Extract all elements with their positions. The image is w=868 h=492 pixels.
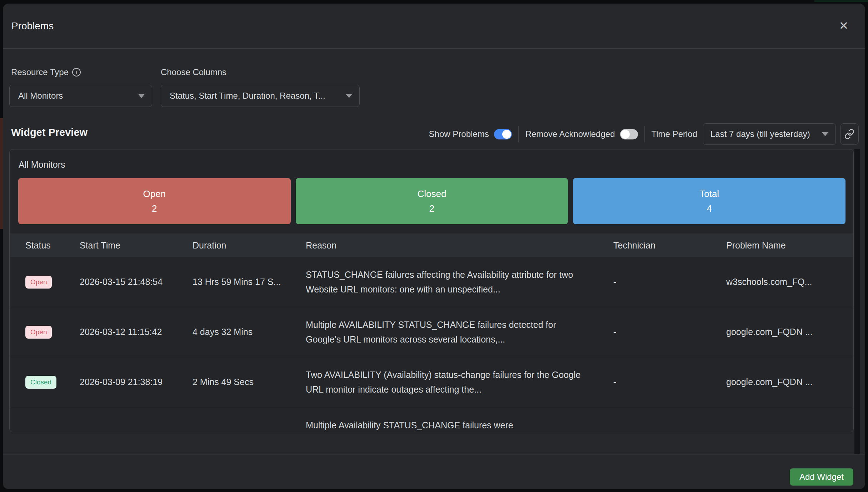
card-value: 2 bbox=[152, 203, 157, 214]
card-value: 2 bbox=[429, 203, 434, 214]
preview-controls: Show Problems Remove Acknowledged Time P… bbox=[429, 122, 859, 147]
status-cell: Closed bbox=[25, 376, 80, 389]
reason-cell: STATUS_CHANGE failures affecting the Ava… bbox=[306, 267, 613, 297]
card-value: 4 bbox=[707, 203, 712, 214]
chevron-down-icon bbox=[138, 94, 145, 98]
widget-preview-heading: Widget Preview bbox=[11, 127, 88, 138]
table-row: Open2026-03-15 21:48:5413 Hrs 59 Mins 17… bbox=[10, 257, 853, 307]
status-badge: Closed bbox=[25, 376, 56, 389]
start-time-cell: 2026-03-09 21:38:19 bbox=[80, 377, 193, 387]
problem-name-cell: google.com_FQDN ... bbox=[726, 377, 853, 387]
status-cell: Open bbox=[25, 276, 80, 289]
card-label: Total bbox=[699, 188, 719, 200]
table-body: Open2026-03-15 21:48:5413 Hrs 59 Mins 17… bbox=[10, 257, 853, 432]
table-row: Multiple Availability STATUS_CHANGE fail… bbox=[10, 407, 853, 432]
summary-card-open: Open2 bbox=[18, 178, 291, 224]
reason-cell: Multiple AVAILABILITY STATUS_CHANGE fail… bbox=[306, 318, 613, 347]
column-header: Technician bbox=[613, 240, 726, 251]
divider bbox=[644, 126, 645, 142]
copy-link-button[interactable] bbox=[840, 123, 859, 145]
remove-acknowledged-label: Remove Acknowledged bbox=[525, 129, 615, 139]
toggle-knob bbox=[621, 130, 630, 139]
start-time-cell: 2026-03-12 11:15:42 bbox=[80, 327, 193, 337]
card-label: Closed bbox=[418, 188, 447, 200]
resource-type-value: All Monitors bbox=[18, 91, 63, 101]
show-problems-label: Show Problems bbox=[429, 129, 489, 139]
technician-cell: - bbox=[613, 277, 726, 287]
reason-cell: Two AVAILABILITY (Availability) status-c… bbox=[306, 368, 613, 397]
chevron-down-icon bbox=[346, 94, 352, 98]
duration-cell: 13 Hrs 59 Mins 17 S... bbox=[193, 277, 306, 287]
close-icon[interactable]: ✕ bbox=[835, 17, 852, 34]
status-badge: Open bbox=[25, 326, 52, 339]
time-period-value: Last 7 days (till yesterday) bbox=[710, 129, 810, 139]
resource-type-select[interactable]: All Monitors bbox=[9, 85, 152, 107]
table-header: StatusStart TimeDurationReasonTechnician… bbox=[10, 233, 853, 257]
add-widget-button[interactable]: Add Widget bbox=[790, 468, 853, 486]
problems-dialog-page: Problems ✕ Resource Type i Choose Column… bbox=[0, 0, 868, 492]
divider bbox=[518, 126, 519, 142]
time-period-label: Time Period bbox=[652, 129, 697, 139]
table-row: Closed2026-03-09 21:38:192 Mins 49 SecsT… bbox=[10, 357, 853, 407]
footer-divider bbox=[3, 454, 865, 454]
status-badge: Open bbox=[25, 276, 52, 289]
choose-columns-select[interactable]: Status, Start Time, Duration, Reason, T.… bbox=[161, 85, 360, 107]
chevron-down-icon bbox=[822, 132, 828, 136]
resource-type-label: Resource Type i bbox=[11, 67, 81, 77]
scrollbar[interactable] bbox=[854, 149, 860, 454]
column-header: Reason bbox=[306, 240, 613, 251]
summary-cards: Open2Closed2Total4 bbox=[18, 178, 845, 224]
toggle-knob bbox=[502, 130, 511, 139]
start-time-cell: 2026-03-15 21:48:54 bbox=[80, 277, 193, 287]
problems-modal: Problems ✕ Resource Type i Choose Column… bbox=[3, 4, 865, 489]
summary-card-total: Total4 bbox=[573, 178, 845, 224]
column-header: Start Time bbox=[80, 240, 193, 251]
column-header: Duration bbox=[193, 240, 306, 251]
duration-cell: 2 Mins 49 Secs bbox=[193, 377, 306, 387]
column-header: Problem Name bbox=[726, 240, 853, 251]
remove-acknowledged-toggle[interactable] bbox=[620, 129, 638, 139]
duration-cell: 4 days 32 Mins bbox=[193, 327, 306, 337]
choose-columns-value: Status, Start Time, Duration, Reason, T.… bbox=[170, 91, 325, 101]
problem-name-cell: w3schools.com_FQ... bbox=[726, 277, 853, 287]
page-background bbox=[0, 118, 3, 229]
link-icon bbox=[844, 129, 855, 139]
column-header: Status bbox=[25, 240, 80, 251]
modal-header: Problems ✕ bbox=[3, 4, 865, 49]
problem-name-cell: google.com_FQDN ... bbox=[726, 327, 853, 337]
page-background bbox=[814, 0, 868, 2]
technician-cell: - bbox=[613, 327, 726, 337]
panel-title: All Monitors bbox=[19, 159, 65, 170]
info-icon: i bbox=[72, 68, 81, 77]
widget-preview-panel: All Monitors Open2Closed2Total4 StatusSt… bbox=[9, 149, 854, 432]
technician-cell: - bbox=[613, 377, 726, 387]
show-problems-toggle[interactable] bbox=[494, 129, 512, 139]
status-cell: Open bbox=[25, 326, 80, 339]
reason-cell: Multiple Availability STATUS_CHANGE fail… bbox=[306, 407, 613, 432]
table-row: Open2026-03-12 11:15:424 days 32 MinsMul… bbox=[10, 307, 853, 357]
card-label: Open bbox=[143, 188, 166, 200]
choose-columns-label: Choose Columns bbox=[161, 67, 226, 77]
summary-card-closed: Closed2 bbox=[296, 178, 568, 224]
time-period-select[interactable]: Last 7 days (till yesterday) bbox=[703, 123, 836, 145]
page-title: Problems bbox=[11, 20, 54, 32]
